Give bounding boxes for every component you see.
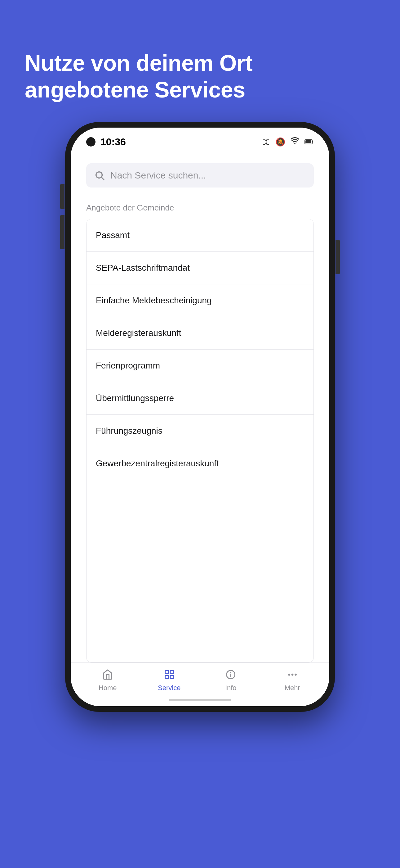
search-icon <box>94 170 105 181</box>
phone-wrapper: 10:36 ⯰ 🔕 <box>0 122 400 868</box>
svg-point-11 <box>289 674 290 675</box>
volume-up-button <box>60 184 65 209</box>
nav-item-home[interactable]: Home <box>89 669 126 692</box>
battery-icon <box>304 137 314 147</box>
svg-line-3 <box>101 177 104 180</box>
service-item-uebermittlungssperre[interactable]: Übermittlungssperre <box>87 382 313 415</box>
service-item-passamt[interactable]: Passamt <box>87 219 313 252</box>
section-label: Angebote der Gemeinde <box>86 203 314 213</box>
svg-rect-4 <box>165 670 168 674</box>
status-time-area: 10:36 <box>86 136 126 148</box>
phone-device: 10:36 ⯰ 🔕 <box>65 122 335 712</box>
service-item-meldebescheinigung[interactable]: Einfache Meldebescheinigung <box>87 284 313 317</box>
nav-item-service[interactable]: Service <box>151 669 188 692</box>
headline-section: Nutze von deinem Ort angebotene Services <box>0 0 400 122</box>
camera-dot <box>86 137 96 147</box>
svg-point-13 <box>295 674 296 675</box>
service-grid-icon <box>164 669 175 682</box>
wifi-icon <box>290 137 300 147</box>
search-input[interactable]: Nach Service suchen... <box>110 170 206 181</box>
nav-label-mehr: Mehr <box>285 684 300 692</box>
search-bar[interactable]: Nach Service suchen... <box>86 163 314 187</box>
svg-rect-1 <box>305 140 311 144</box>
status-icons: ⯰ 🔕 <box>262 137 314 147</box>
bluetooth-icon: ⯰ <box>262 137 270 147</box>
nav-label-home: Home <box>99 684 117 692</box>
svg-point-12 <box>292 674 293 675</box>
service-item-gewerbezentral[interactable]: Gewerbezentralregisterauskunft <box>87 447 313 479</box>
clock-display: 10:36 <box>100 136 126 148</box>
service-item-ferienprogramm[interactable]: Ferienprogramm <box>87 349 313 382</box>
svg-rect-5 <box>170 670 174 674</box>
status-bar: 10:36 ⯰ 🔕 <box>71 128 329 151</box>
svg-rect-7 <box>170 676 174 679</box>
nav-item-info[interactable]: Info <box>212 669 249 692</box>
nav-label-service: Service <box>158 684 180 692</box>
headline-text: Nutze von deinem Ort angebotene Services <box>25 50 375 103</box>
nav-label-info: Info <box>225 684 237 692</box>
bottom-nav: Home Service <box>71 662 329 695</box>
home-indicator <box>169 699 231 701</box>
volume-down-button <box>60 215 65 240</box>
mehr-dots-icon <box>287 669 298 682</box>
info-icon <box>225 669 236 682</box>
service-list: Passamt SEPA-Lastschriftmandat Einfache … <box>86 219 314 662</box>
home-icon <box>102 669 113 682</box>
service-item-fuehrungszeugnis[interactable]: Führungszeugnis <box>87 415 313 447</box>
svg-rect-6 <box>165 676 168 679</box>
phone-screen: 10:36 ⯰ 🔕 <box>71 128 329 706</box>
nav-item-mehr[interactable]: Mehr <box>274 669 311 692</box>
service-item-sepa[interactable]: SEPA-Lastschriftmandat <box>87 252 313 284</box>
service-item-melderegister[interactable]: Melderegisterauskunft <box>87 317 313 349</box>
bell-off-icon: 🔕 <box>275 137 285 147</box>
screen-content: Nach Service suchen... Angebote der Geme… <box>71 151 329 662</box>
